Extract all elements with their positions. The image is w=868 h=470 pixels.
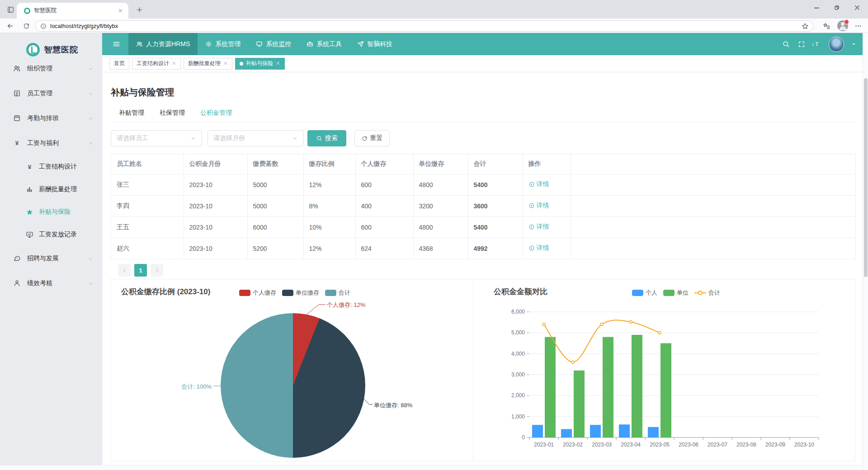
active-dot bbox=[240, 62, 243, 66]
eye-icon bbox=[528, 202, 535, 209]
svg-text:2023-09: 2023-09 bbox=[765, 442, 785, 448]
sidebar-item[interactable]: ¥工资与福利 bbox=[0, 131, 102, 155]
new-tab-button[interactable] bbox=[135, 5, 144, 14]
month-select[interactable]: 请选择月份 bbox=[208, 130, 304, 146]
table-cell: 2023-10 bbox=[184, 174, 247, 195]
collapse-menu-icon[interactable] bbox=[108, 33, 125, 55]
table-row[interactable]: 李四2023-1050008%40032003600详情 bbox=[111, 195, 855, 216]
tab-close-icon[interactable] bbox=[117, 7, 124, 14]
site-info-icon[interactable] bbox=[40, 23, 47, 29]
pie-chart[interactable] bbox=[221, 313, 365, 458]
table-row[interactable]: 王五2023-10600010%60048005400详情 bbox=[111, 216, 855, 238]
sidebar-item[interactable]: 工资发放记录 bbox=[0, 223, 102, 246]
browser-vertical-scrollbar[interactable] bbox=[863, 33, 868, 470]
sidebar-item-label: 工资结构设计 bbox=[39, 163, 77, 171]
legend-item[interactable]: 单位缴存 bbox=[282, 289, 319, 297]
column-header: 操作 bbox=[523, 154, 571, 174]
bars-icon bbox=[25, 185, 33, 193]
reset-button[interactable]: 重置 bbox=[354, 130, 390, 146]
legend-swatch bbox=[282, 290, 293, 296]
refresh-icon[interactable] bbox=[22, 21, 31, 30]
sidebar-item[interactable]: 员工管理 bbox=[0, 81, 102, 106]
filler-cell bbox=[571, 174, 855, 195]
filler-cell bbox=[571, 216, 855, 238]
sidebar-item-label: 招聘与发展 bbox=[27, 254, 59, 263]
page-tab[interactable]: 补贴管理 bbox=[119, 109, 144, 122]
sidebar-item[interactable]: 绩效考核 bbox=[0, 271, 102, 296]
scrollbar-thumb[interactable] bbox=[864, 78, 868, 277]
view-tag[interactable]: 首页 bbox=[109, 58, 129, 70]
detail-link[interactable]: 详情 bbox=[528, 202, 549, 210]
view-tag[interactable]: 工资结构设计 bbox=[132, 58, 181, 70]
legend-item[interactable]: 个人缴存 bbox=[239, 289, 276, 297]
app-header: 人力资源HRMS系统管理系统监控系统工具智脑科技 tT bbox=[102, 33, 863, 55]
browser-menu-icon[interactable] bbox=[854, 21, 863, 30]
svg-text:0: 0 bbox=[522, 434, 525, 441]
url-field[interactable]: localhost/rlzygl/gzyfl/btybx bbox=[35, 20, 814, 32]
sidebar-item[interactable]: 组织管理 bbox=[0, 56, 102, 81]
topnav-item-label: 智脑科技 bbox=[367, 40, 392, 48]
close-icon[interactable] bbox=[276, 61, 280, 66]
month-select-placeholder: 请选择月份 bbox=[213, 134, 292, 142]
bar-chart-title: 公积金金额对比 bbox=[494, 287, 547, 297]
sidebar-item[interactable]: 补贴与保险 bbox=[0, 201, 102, 223]
window-minimize-button[interactable] bbox=[807, 0, 826, 15]
sidebar-item[interactable]: 招聘与发展 bbox=[0, 246, 102, 271]
user-avatar[interactable] bbox=[829, 37, 844, 52]
browser-tab-strip: 智慧医院 bbox=[0, 0, 868, 19]
topnav-item[interactable]: 系统监控 bbox=[248, 33, 299, 55]
sidebar-item[interactable]: ¥工资结构设计 bbox=[0, 155, 102, 178]
employee-select[interactable]: 请选择员工 bbox=[111, 130, 202, 146]
user-caret-down-icon[interactable] bbox=[847, 33, 860, 55]
topnav-item[interactable]: 人力资源HRMS bbox=[128, 33, 198, 55]
table-row[interactable]: 赵六2023-10520012%62443684992详情 bbox=[111, 238, 855, 259]
header-search-icon[interactable] bbox=[779, 33, 792, 55]
detail-link[interactable]: 详情 bbox=[528, 244, 549, 252]
favorites-list-icon[interactable] bbox=[822, 21, 831, 30]
fullscreen-icon[interactable] bbox=[795, 33, 808, 55]
current-page-button[interactable]: 1 bbox=[134, 264, 147, 277]
next-page-button[interactable] bbox=[151, 264, 163, 277]
svg-text:¥: ¥ bbox=[28, 163, 31, 170]
tab-actions-icon[interactable] bbox=[5, 5, 15, 14]
sidebar-item-label: 组织管理 bbox=[27, 65, 52, 73]
topnav-item[interactable]: 智脑科技 bbox=[349, 33, 400, 55]
sidebar-item-label: 工资与福利 bbox=[27, 139, 59, 147]
browser-tab[interactable]: 智慧医院 bbox=[17, 3, 128, 19]
legend-item[interactable]: 合计 bbox=[325, 289, 350, 297]
svg-text:2023-05: 2023-05 bbox=[650, 442, 670, 448]
view-tag[interactable]: 补贴与保险 bbox=[235, 58, 285, 70]
svg-text:2023-08: 2023-08 bbox=[736, 442, 756, 448]
table-cell: 2023-10 bbox=[184, 195, 247, 216]
window-close-button[interactable] bbox=[848, 0, 866, 15]
prev-page-button[interactable] bbox=[118, 264, 131, 277]
favorite-star-icon[interactable] bbox=[802, 23, 809, 30]
detail-link[interactable]: 详情 bbox=[528, 223, 549, 231]
browser-profile-avatar[interactable] bbox=[837, 20, 848, 31]
font-size-icon[interactable]: tT bbox=[810, 33, 823, 55]
filler-cell bbox=[571, 195, 855, 216]
legend-item[interactable]: 单位 bbox=[663, 289, 689, 297]
topnav-item-label: 人力资源HRMS bbox=[146, 40, 190, 48]
table-row[interactable]: 张三2023-10500012%60048005400详情 bbox=[111, 174, 855, 195]
topnav-item[interactable]: 系统管理 bbox=[198, 33, 248, 55]
table-cell: 赵六 bbox=[111, 238, 184, 259]
close-icon[interactable] bbox=[172, 61, 176, 66]
window-restore-button[interactable] bbox=[828, 0, 846, 15]
view-tag-label: 薪酬批量处理 bbox=[188, 60, 221, 67]
view-tag[interactable]: 薪酬批量处理 bbox=[184, 58, 232, 70]
close-icon[interactable] bbox=[223, 61, 228, 66]
page-tab[interactable]: 社保管理 bbox=[160, 109, 185, 122]
legend-item[interactable]: 合计 bbox=[694, 289, 720, 297]
search-button[interactable]: 搜索 bbox=[307, 130, 346, 146]
page-tab[interactable]: 公积金管理 bbox=[200, 109, 232, 122]
topnav-item[interactable]: 系统工具 bbox=[299, 33, 349, 55]
sidebar-item[interactable]: 考勤与排班 bbox=[0, 106, 102, 131]
users-icon bbox=[136, 41, 143, 47]
sidebar-item[interactable]: 薪酬批量处理 bbox=[0, 178, 102, 201]
back-icon[interactable] bbox=[5, 21, 14, 30]
legend-item[interactable]: 个人 bbox=[632, 289, 657, 297]
browser-horizontal-scrollbar[interactable] bbox=[0, 465, 863, 470]
detail-link[interactable]: 详情 bbox=[528, 180, 549, 188]
svg-text:2023-07: 2023-07 bbox=[708, 442, 727, 448]
